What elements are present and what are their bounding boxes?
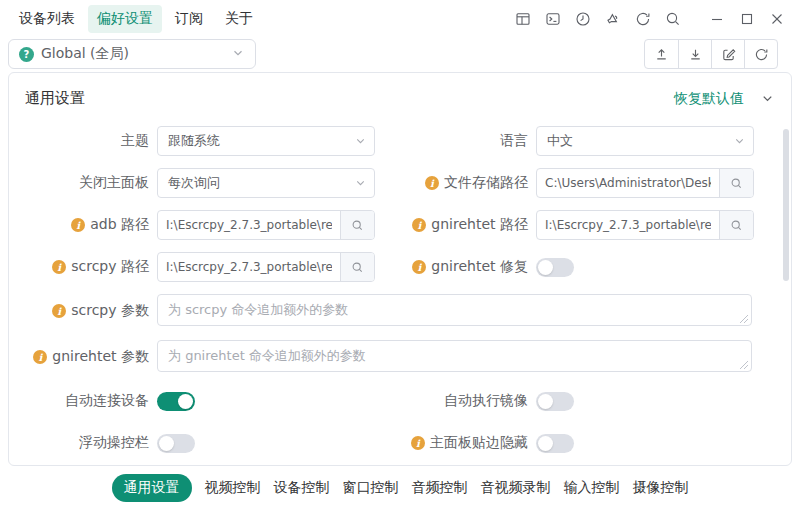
auto-mirror-label: 自动执行镜像 [401,392,528,410]
form-row: i scrcpy 路径 i gnirehtet 修复 [9,246,791,288]
main-menu: 设备列表 偏好设置 订阅 关于 [10,5,262,33]
page-title: 通用设置 [25,89,85,108]
terminal-icon [545,11,561,27]
app-window: 设备列表 偏好设置 订阅 关于 [0,0,800,510]
close-panel-select-value: 每次询问 [168,174,220,192]
form-row: 关闭主面板 每次询问 i 文件存储路径 [9,162,791,204]
menubar-actions [508,4,792,34]
scrcpy-args-textarea[interactable] [157,294,752,326]
menu-item-device-list[interactable]: 设备列表 [10,5,84,33]
tab-input-control[interactable]: 输入控制 [564,474,620,502]
close-button[interactable] [762,4,792,34]
search-icon [730,219,743,232]
theme-select[interactable]: 跟随系统 [157,126,375,156]
clock-icon [575,11,591,27]
tab-device-control[interactable]: 设备控制 [274,474,330,502]
info-icon: i [411,436,425,450]
scrcpy-path-label: i scrcpy 路径 [9,258,149,276]
search-icon [351,261,364,274]
gnirehtet-path-input[interactable] [537,211,719,239]
maximize-icon [739,11,755,27]
layout-panel-button[interactable] [508,4,538,34]
form-row: i gnirehtet 参数 [9,334,791,380]
settings-panel: 通用设置 恢复默认值 主题 跟随系统 [8,72,792,466]
adb-path-group [157,210,375,240]
form-row: 浮动操控栏 i 主面板贴边隐藏 [9,422,791,464]
tab-av-record[interactable]: 音视频录制 [481,474,551,502]
gnirehtet-path-group [536,210,754,240]
adb-path-browse-button[interactable] [340,211,374,239]
info-icon: i [425,176,439,190]
profile-scope-value: Global (全局) [41,45,129,63]
adb-path-input[interactable] [158,211,340,239]
maximize-button[interactable] [732,4,762,34]
info-icon: i [71,218,85,232]
gnirehtet-args-wrap [157,340,752,375]
download-config-button[interactable] [678,40,711,68]
tab-audio-control[interactable]: 音频控制 [412,474,468,502]
gnirehtet-path-browse-button[interactable] [719,211,753,239]
menu-item-subscribe[interactable]: 订阅 [166,5,212,33]
config-button-group [644,39,778,69]
language-select[interactable]: 中文 [536,126,754,156]
close-icon [769,11,785,27]
edit-icon [721,47,736,62]
history-button[interactable] [568,4,598,34]
gnirehtet-fix-label: i gnirehtet 修复 [401,258,528,276]
search-icon [665,11,681,27]
file-store-path-browse-button[interactable] [719,169,753,197]
minimize-icon [709,11,725,27]
refresh-icon [754,47,769,62]
layout-panel-icon [515,11,531,27]
edit-config-button[interactable] [711,40,744,68]
form-row: i adb 路径 i gnirehtet 路径 [9,204,791,246]
question-icon: ? [19,47,34,62]
theme-label: 主题 [9,132,149,150]
tab-window-control[interactable]: 窗口控制 [343,474,399,502]
restore-defaults-button[interactable]: 恢复默认值 [674,90,744,108]
refresh-icon [635,11,651,27]
refresh-app-button[interactable] [628,4,658,34]
info-icon: i [33,350,47,364]
menubar: 设备列表 偏好设置 订阅 关于 [0,0,800,38]
menu-item-about[interactable]: 关于 [216,5,262,33]
info-icon: i [412,218,426,232]
gnirehtet-fix-switch[interactable] [536,258,574,277]
auto-connect-switch[interactable] [157,392,195,411]
search-icon [351,219,364,232]
megaphone-icon [605,11,621,27]
upload-config-button[interactable] [645,40,678,68]
tab-video-control[interactable]: 视频控制 [205,474,261,502]
edge-hide-switch[interactable] [536,434,574,453]
search-button[interactable] [658,4,688,34]
info-icon: i [412,260,426,274]
language-select-value: 中文 [547,132,573,150]
form-row: 自动连接设备 自动执行镜像 [9,380,791,422]
settings-form: 主题 跟随系统 语言 中文 [9,116,791,464]
settings-tabbar: 通用设置 视频控制 设备控制 窗口控制 音频控制 音视频录制 输入控制 摄像控制 [0,466,800,510]
tab-general-settings[interactable]: 通用设置 [112,474,192,502]
language-label: 语言 [401,132,528,150]
terminal-button[interactable] [538,4,568,34]
scrcpy-path-browse-button[interactable] [340,253,374,281]
scrollbar-thumb[interactable] [783,129,789,281]
close-panel-label: 关闭主面板 [9,174,149,192]
search-icon [730,177,743,190]
floating-bar-switch[interactable] [157,434,195,453]
menu-item-preferences[interactable]: 偏好设置 [88,5,162,33]
collapse-chevron-icon[interactable] [760,91,775,106]
profile-scope-selector[interactable]: ? Global (全局) [8,39,256,69]
minimize-button[interactable] [702,4,732,34]
auto-mirror-switch[interactable] [536,392,574,411]
scrcpy-path-input[interactable] [158,253,340,281]
chevron-down-icon [231,46,245,63]
close-panel-select[interactable]: 每次询问 [157,168,375,198]
scrcpy-args-label: i scrcpy 参数 [9,302,149,320]
announcement-button[interactable] [598,4,628,34]
scrcpy-args-wrap [157,294,752,329]
edge-hide-label: i 主面板贴边隐藏 [401,434,528,452]
refresh-config-button[interactable] [744,40,777,68]
tab-camera-control[interactable]: 摄像控制 [633,474,689,502]
gnirehtet-args-textarea[interactable] [157,340,752,372]
file-store-path-input[interactable] [537,169,719,197]
